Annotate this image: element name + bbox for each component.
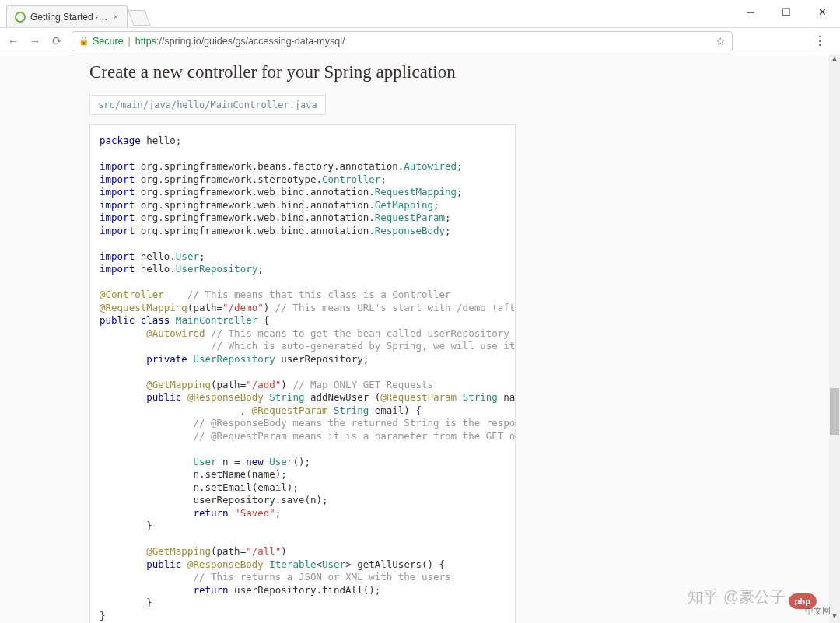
secure-indicator: 🔒 Secure [79, 36, 124, 47]
url-input[interactable]: 🔒 Secure | https://spring.io/guides/gs/a… [72, 31, 733, 51]
browser-tab[interactable]: Getting Started · Access… × [6, 5, 128, 27]
lock-icon: 🔒 [79, 36, 89, 46]
page-vertical-scrollbar[interactable]: ▲ ▼ [829, 54, 840, 623]
browser-menu-icon[interactable]: ⋮ [814, 33, 826, 48]
secure-label: Secure [93, 36, 124, 47]
reload-button[interactable]: ⟳ [50, 34, 64, 48]
bookmark-star-icon[interactable]: ☆ [716, 35, 726, 47]
maximize-button[interactable]: ☐ [768, 0, 804, 23]
address-bar: ← → ⟳ 🔒 Secure | https://spring.io/guide… [0, 28, 840, 54]
article-content: Create a new controller for your Spring … [0, 54, 840, 623]
minimize-button[interactable]: ─ [733, 0, 768, 23]
url-scheme: https [135, 36, 156, 47]
url-path: ://spring.io/guides/gs/accessing-data-my… [156, 36, 345, 47]
source-file-path: src/main/java/hello/MainController.java [89, 95, 326, 115]
forward-button[interactable]: → [28, 34, 42, 47]
section-heading: Create a new controller for your Spring … [89, 62, 751, 82]
zhihu-watermark: 知乎 @豪公子 [688, 586, 786, 607]
spring-favicon [15, 12, 26, 23]
cn-label-watermark: 中文网 [805, 605, 831, 617]
tab-bar: Getting Started · Access… × [0, 0, 840, 28]
code-listing: package hello; import org.springframewor… [89, 124, 516, 623]
back-button[interactable]: ← [6, 34, 20, 47]
window-controls: ─ ☐ ✕ [733, 0, 840, 23]
close-window-button[interactable]: ✕ [804, 0, 840, 23]
new-tab-button[interactable] [128, 10, 150, 26]
page-viewport: Create a new controller for your Spring … [0, 54, 840, 623]
close-tab-icon[interactable]: × [113, 11, 119, 23]
tab-title: Getting Started · Access… [30, 12, 108, 23]
